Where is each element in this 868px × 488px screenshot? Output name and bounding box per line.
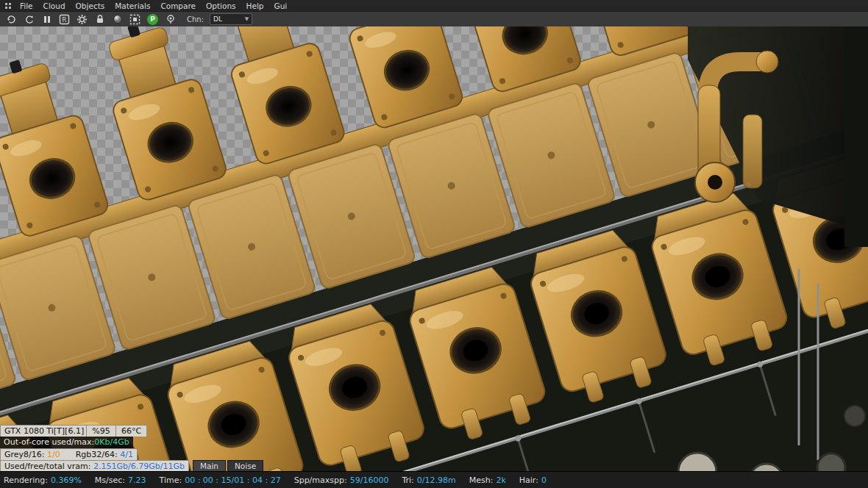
menu-file[interactable]: File — [15, 1, 38, 10]
sphere-icon[interactable] — [110, 13, 124, 26]
status-bar: Rendering:0.369% Ms/sec:7.23 Time:00 : 0… — [0, 471, 868, 488]
engine-render — [0, 26, 868, 472]
vram-value: 2.151Gb/6.79Gb/11Gb — [93, 462, 185, 471]
chevron-down-icon: ▼ — [245, 16, 249, 22]
rgb-label: Rgb32/64: — [76, 450, 118, 459]
buffer-tabs: Main Noise — [193, 460, 263, 472]
vram-row: Used/free/total vram: 2.151Gb/6.79Gb/11G… — [0, 460, 263, 472]
lock-icon[interactable] — [93, 13, 107, 26]
out-of-core-row: Out-of-core used/max:0Kb/4Gb — [0, 437, 263, 448]
buffers-row: Grey8/16: 1/0 Rgb32/64: 4/1 — [0, 448, 263, 460]
channel-dropdown[interactable]: DL ▼ — [210, 13, 252, 25]
toolbar: R P Chn: DL ▼ — [0, 12, 868, 27]
grey-label: Grey8/16: — [4, 450, 45, 459]
status-spp: Spp/maxspp:59/16000 — [294, 476, 389, 485]
status-time: Time:00 : 00 : 15/01 : 04 : 27 — [160, 476, 281, 485]
channel-label: Chn: — [187, 15, 204, 24]
tab-noise[interactable]: Noise — [227, 460, 263, 472]
picker-p-glyph: P — [147, 14, 158, 25]
settings-gear-icon[interactable] — [75, 13, 89, 26]
render-viewport[interactable]: GTX 1080 Ti[T][6.1] %95 66°C Out-of-core… — [0, 26, 868, 472]
rgb-value: 4/1 — [120, 450, 133, 459]
out-of-core-label: Out-of-core used/max: — [4, 437, 94, 447]
gpu-row: GTX 1080 Ti[T][6.1] %95 66°C — [0, 425, 263, 437]
menu-gui[interactable]: Gui — [269, 1, 293, 10]
status-mesh: Mesh:2k — [469, 476, 506, 485]
focus-picker-icon[interactable]: P — [146, 13, 160, 26]
pause-icon[interactable] — [40, 13, 54, 26]
r-toggle-icon[interactable]: R — [57, 13, 71, 26]
render-stats-overlay: GTX 1080 Ti[T][6.1] %95 66°C Out-of-core… — [0, 425, 263, 472]
restart-render-icon[interactable] — [4, 13, 18, 26]
grey-value: 1/0 — [47, 450, 60, 459]
menu-materials[interactable]: Materials — [110, 1, 155, 10]
refresh-icon[interactable] — [22, 13, 36, 26]
vram-label: Used/free/total vram: — [4, 462, 90, 471]
out-of-core-value: 0Kb/4Gb — [94, 437, 129, 447]
gpu-temp: 66°C — [116, 425, 147, 437]
channel-value: DL — [213, 15, 222, 23]
r-glyph: R — [62, 16, 66, 24]
menu-bar: File Cloud Objects Materials Compare Opt… — [0, 0, 868, 12]
gpu-load: %95 — [87, 425, 116, 437]
status-ms-per-sec: Ms/sec:7.23 — [95, 476, 146, 485]
menu-help[interactable]: Help — [241, 1, 269, 10]
gpu-name: GTX 1080 Ti[T][6.1] — [0, 425, 87, 437]
tab-main[interactable]: Main — [193, 460, 226, 472]
menu-compare[interactable]: Compare — [155, 1, 201, 10]
status-hair: Hair:0 — [519, 476, 547, 485]
status-triangles: Tri:0/12.98m — [402, 476, 455, 485]
menu-options[interactable]: Options — [201, 1, 241, 10]
render-region-icon[interactable] — [128, 13, 142, 26]
menu-objects[interactable]: Objects — [71, 1, 110, 10]
white-balance-picker-icon[interactable] — [163, 13, 177, 26]
app-grid-icon — [4, 2, 12, 10]
status-rendering: Rendering:0.369% — [4, 476, 82, 485]
menu-cloud[interactable]: Cloud — [38, 1, 71, 10]
